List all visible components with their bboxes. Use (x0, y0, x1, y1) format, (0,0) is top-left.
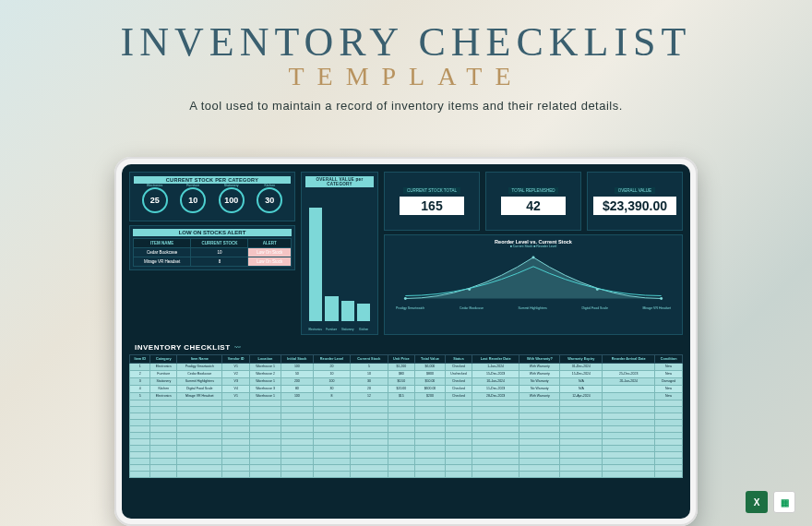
tablet-mockup: CURRENT STOCK PER CATEGORY Electronics25… (114, 157, 698, 526)
value-bar-panel: OVERALL VALUE per CATEGORY ElectronicsFu… (301, 172, 378, 335)
table-row: 1ElectronicsProdigy SmartwatchV1Warehous… (130, 363, 683, 370)
bar-furniture (325, 296, 338, 321)
kpi-overall-value: OVERALL VALUE$23,390.00 (587, 172, 683, 231)
low-stock-row: Mirage VR Headset8Low On Stock (134, 257, 292, 267)
gauge-kitchen: Kitchen30 (257, 187, 282, 213)
page-title-main: INVENTORY CHECKLIST (0, 18, 812, 66)
inventory-title: INVENTORY CHECKLIST (135, 343, 231, 352)
gauge-electronics: Electronics25 (142, 187, 168, 213)
table-row-empty (130, 400, 683, 406)
curve-panel: Reorder Level vs. Current Stock ■ Curren… (384, 234, 683, 335)
table-row-empty (130, 419, 683, 425)
table-row-empty (130, 406, 683, 412)
low-stock-panel: LOW ON STOCKS ALERT ITEM NAMECURRENT STO… (129, 225, 295, 270)
stock-category-panel: CURRENT STOCK PER CATEGORY Electronics25… (129, 172, 295, 221)
bar-stationery (341, 301, 354, 321)
table-row: 3StationerySummit HighlightersV3Warehous… (130, 377, 683, 385)
excel-icon: X (746, 491, 768, 513)
table-row-empty (130, 412, 683, 419)
table-row: 4KitchenDigital Food ScaleV4Warehouse 38… (130, 385, 683, 392)
title-block: INVENTORY CHECKLIST TEMPLATE A tool used… (0, 0, 812, 113)
kpi-replenished: TOTAL REPLENISHED42 (485, 172, 581, 231)
gauge-stationery: Stationery100 (219, 187, 245, 213)
bar-electronics (309, 208, 322, 320)
table-row-empty (130, 432, 683, 438)
inventory-section: INVENTORY CHECKLIST〰 Item IDCategoryItem… (129, 341, 683, 504)
table-row: 5ElectronicsMirage VR HeadsetV1Warehouse… (130, 392, 683, 400)
svg-point-0 (404, 297, 407, 300)
gauge-furniture: Furniture10 (180, 187, 206, 213)
page-subtitle: A tool used to maintain a record of inve… (0, 99, 812, 113)
table-row-empty (130, 451, 683, 458)
spreadsheet-screen: CURRENT STOCK PER CATEGORY Electronics25… (122, 164, 690, 519)
low-stock-row: Cedar Bookcase10Low On Stock (134, 248, 292, 257)
bar-kitchen (357, 304, 370, 320)
bar-title: OVERALL VALUE per CATEGORY (305, 176, 374, 187)
curve-chart (388, 248, 678, 303)
table-row-empty (130, 458, 683, 464)
svg-point-1 (468, 288, 471, 291)
table-row: 2FurnitureCedar BookcaseV2Warehouse 2501… (130, 370, 683, 377)
page-title-sub: TEMPLATE (0, 62, 812, 91)
table-row-empty (130, 471, 683, 477)
kpi-stock-total: CURRENT STOCK TOTAL165 (384, 172, 480, 231)
table-row-empty (130, 438, 683, 445)
sparkline-icon: 〰 (234, 344, 241, 351)
stock-category-title: CURRENT STOCK PER CATEGORY (134, 176, 291, 184)
table-row-empty (130, 425, 683, 432)
svg-point-3 (596, 288, 599, 291)
svg-point-4 (660, 297, 663, 300)
table-row-empty (130, 464, 683, 471)
svg-point-2 (532, 256, 535, 258)
sheets-icon: ▦ (773, 491, 795, 513)
low-stock-title: LOW ON STOCKS ALERT (133, 229, 292, 236)
table-row-empty (130, 445, 683, 451)
format-icons: X ▦ (746, 491, 795, 513)
